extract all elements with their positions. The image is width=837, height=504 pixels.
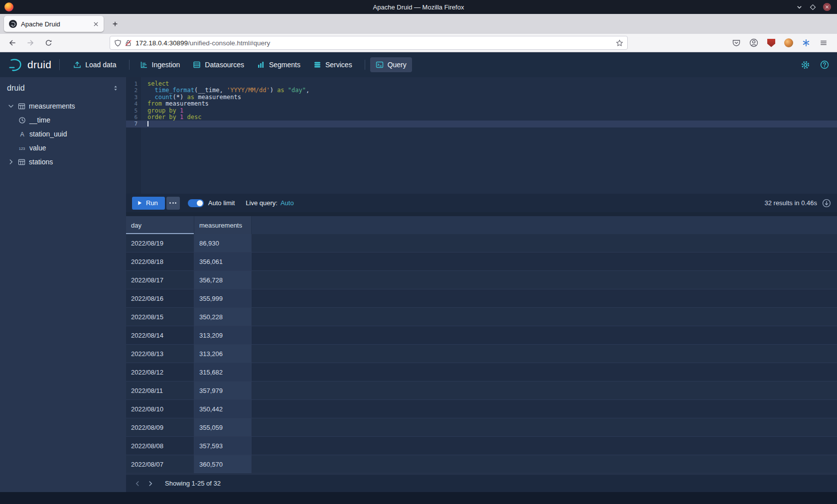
result-row: 2022/08/12315,682 <box>126 363 837 381</box>
url-bar[interactable]: 172.18.0.4:30899/unified-console.html#qu… <box>110 36 628 50</box>
editor-line-5[interactable]: 5group by 1 <box>126 108 837 114</box>
tree-item-stations[interactable]: stations <box>0 155 126 169</box>
cell-day[interactable]: 2022/08/13 <box>126 345 194 363</box>
line-code <box>141 121 837 127</box>
nav-item-ingestion[interactable]: Ingestion <box>135 57 186 72</box>
editor-line-3[interactable]: 3 count(*) as measurements <box>126 94 837 101</box>
help-icon[interactable] <box>820 60 829 69</box>
line-number: 2 <box>126 87 141 94</box>
cell-measurements[interactable]: 355,999 <box>194 289 252 307</box>
cell-day[interactable]: 2022/08/19 <box>126 234 194 252</box>
schema-selector[interactable]: druid <box>0 77 126 99</box>
panel-gap <box>126 212 837 216</box>
tree-item-label: value <box>29 144 46 152</box>
cell-day[interactable]: 2022/08/14 <box>126 326 194 344</box>
sql-editor[interactable]: 1select2 time_format(__time, 'YYYY/MM/dd… <box>126 77 837 194</box>
run-button[interactable]: Run <box>132 197 165 210</box>
schema-tree: measurements__timeAstation_uuid123values… <box>0 99 126 169</box>
insecure-lock-icon[interactable] <box>125 39 132 47</box>
cell-day[interactable]: 2022/08/17 <box>126 271 194 289</box>
cell-day[interactable]: 2022/08/12 <box>126 363 194 381</box>
result-row: 2022/08/15350,228 <box>126 308 837 326</box>
tree-item-station_uuid[interactable]: Astation_uuid <box>0 127 126 141</box>
line-code: count(*) as measurements <box>141 94 837 101</box>
cell-day[interactable]: 2022/08/15 <box>126 308 194 326</box>
column-header-day[interactable]: day <box>126 216 194 234</box>
cell-day[interactable]: 2022/08/11 <box>126 381 194 399</box>
account-icon[interactable] <box>748 37 759 48</box>
cell-measurements[interactable]: 355,059 <box>194 418 252 436</box>
svg-text:A: A <box>20 130 24 137</box>
editor-line-1[interactable]: 1select <box>126 81 837 87</box>
schema-title: druid <box>7 84 25 93</box>
run-bar: Run Auto limit Live query:Auto 32 result… <box>126 194 837 212</box>
cell-measurements[interactable]: 313,206 <box>194 345 252 363</box>
tracking-shield-icon[interactable] <box>114 39 122 47</box>
menu-hamburger-icon[interactable] <box>818 37 829 48</box>
minimize-icon[interactable] <box>796 4 803 10</box>
druid-logo-icon[interactable] <box>8 57 23 72</box>
number-icon: 123 <box>18 144 26 152</box>
pocket-icon[interactable] <box>731 37 742 48</box>
extension-star-icon[interactable] <box>801 37 812 48</box>
download-icon[interactable] <box>822 199 831 208</box>
cell-measurements[interactable]: 350,228 <box>194 308 252 326</box>
forward-button[interactable] <box>22 35 39 50</box>
result-row: 2022/08/07360,570 <box>126 455 837 474</box>
maximize-icon[interactable] <box>810 4 816 10</box>
bookmark-star-icon[interactable] <box>616 39 623 47</box>
ublock-icon[interactable] <box>766 37 777 48</box>
row-filler <box>252 381 837 399</box>
browser-tab[interactable]: Apache Druid <box>4 16 104 32</box>
run-more-button[interactable] <box>166 197 180 210</box>
editor-line-4[interactable]: 4from measurements <box>126 101 837 107</box>
nav-item-load-data[interactable]: Load data <box>68 57 122 72</box>
back-button[interactable] <box>4 35 21 50</box>
new-tab-button[interactable] <box>108 16 123 31</box>
tree-item-measurements[interactable]: measurements <box>0 99 126 113</box>
cell-day[interactable]: 2022/08/10 <box>126 400 194 418</box>
editor-line-7[interactable]: 7 <box>126 121 837 127</box>
result-row: 2022/08/17356,728 <box>126 271 837 289</box>
run-button-label: Run <box>146 199 158 207</box>
nav-item-datasources[interactable]: Datasources <box>187 57 250 72</box>
cell-measurements[interactable]: 356,061 <box>194 252 252 270</box>
row-filler <box>252 308 837 326</box>
column-header-measurements[interactable]: measurements <box>194 216 252 234</box>
clock-icon <box>18 117 26 124</box>
nav-item-services[interactable]: Services <box>308 57 358 72</box>
tab-close-icon[interactable] <box>91 19 101 29</box>
cell-measurements[interactable]: 357,979 <box>194 381 252 399</box>
cell-day[interactable]: 2022/08/09 <box>126 418 194 436</box>
prev-page-icon[interactable] <box>131 477 144 490</box>
cell-measurements[interactable]: 86,930 <box>194 234 252 252</box>
cell-day[interactable]: 2022/08/16 <box>126 289 194 307</box>
nav-item-segments[interactable]: Segments <box>252 57 306 72</box>
close-icon[interactable] <box>823 3 831 11</box>
live-query-value[interactable]: Auto <box>280 199 294 207</box>
avatar-extension-icon[interactable] <box>783 37 794 48</box>
cell-day[interactable]: 2022/08/07 <box>126 455 194 473</box>
segments-icon <box>257 61 265 69</box>
editor-line-6[interactable]: 6order by 1 desc <box>126 114 837 121</box>
auto-limit-toggle[interactable] <box>188 199 204 207</box>
cell-day[interactable]: 2022/08/18 <box>126 252 194 270</box>
url-text[interactable]: 172.18.0.4:30899/unified-console.html#qu… <box>136 39 270 47</box>
cell-measurements[interactable]: 313,209 <box>194 326 252 344</box>
cell-measurements[interactable]: 356,728 <box>194 271 252 289</box>
editor-line-2[interactable]: 2 time_format(__time, 'YYYY/MM/dd') as "… <box>126 87 837 94</box>
run-bar-right: 32 results in 0.46s <box>764 199 831 208</box>
cell-measurements[interactable]: 360,570 <box>194 455 252 473</box>
reload-button[interactable] <box>40 35 57 50</box>
cell-measurements[interactable]: 357,593 <box>194 437 252 455</box>
next-page-icon[interactable] <box>144 477 157 490</box>
cell-measurements[interactable]: 315,682 <box>194 363 252 381</box>
cell-day[interactable]: 2022/08/08 <box>126 437 194 455</box>
nav-item-query[interactable]: Query <box>370 57 412 72</box>
cell-measurements[interactable]: 350,442 <box>194 400 252 418</box>
settings-gear-icon[interactable] <box>801 60 810 70</box>
extension-icons <box>731 37 829 48</box>
tree-item-__time[interactable]: __time <box>0 113 126 127</box>
string-icon: A <box>18 130 26 138</box>
tree-item-value[interactable]: 123value <box>0 141 126 155</box>
